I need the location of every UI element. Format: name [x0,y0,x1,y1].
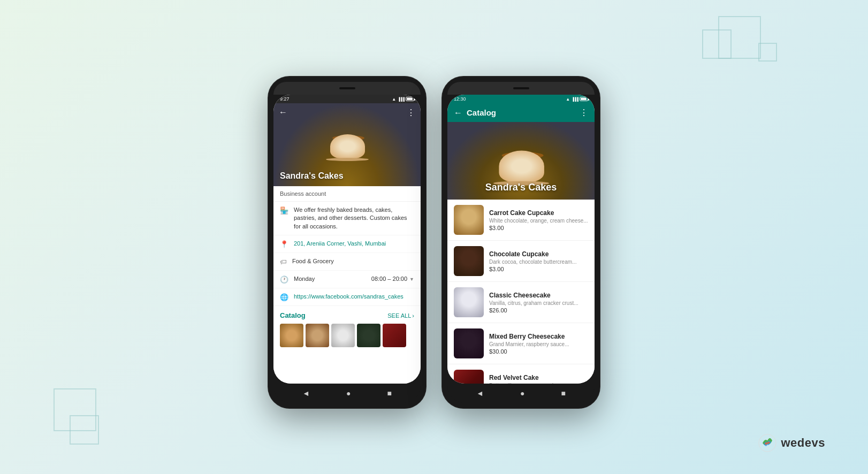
catalog-back-button[interactable]: ← [454,108,462,118]
catalog-banner-title: Sandra's Cakes [485,182,557,193]
hours-day: Monday [294,275,315,283]
catalog-item-3[interactable]: Classic Cheesecake Vanilla, citrus, grah… [447,282,595,323]
battery-icon-2 [580,97,588,101]
store-icon: 🏪 [280,207,288,215]
info-row-location[interactable]: 📍 201, Areniia Corner, Vashi, Mumbai [273,235,421,253]
item-info-2: Chocolate Cupcake Dark cocoa, chocolate … [489,250,588,272]
item-desc-2: Dark cocoa, chocolate buttercream... [489,259,588,265]
wedevs-logo-icon [758,433,777,453]
status-bar-1: 9:27 [273,95,421,103]
info-row-description: 🏪 We offer freshly baked breads, cakes, … [273,202,421,235]
item-thumb-red-velvet [454,370,484,384]
item-info-5: Red Velvet Cake Buttermilk, cocoa, cream… [489,374,588,384]
location-text[interactable]: 201, Areniia Corner, Vashi, Mumbai [294,240,386,248]
phone-speaker-2 [513,87,529,89]
catalog-item-4[interactable]: Mixed Berry Cheesecake Grand Marnier, ra… [447,323,595,364]
item-desc-3: Vanilla, citrus, graham cracker crust... [489,300,588,306]
website-text[interactable]: https://www.facebook.com/sandras_cakes [294,293,403,301]
phone-speaker-1 [339,87,355,89]
item-price-1: $3.00 [489,225,588,231]
wedevs-logo: wedevs [758,433,826,453]
hours-right: 08:00 – 20:00 ▼ [371,275,414,283]
info-row-category: 🏷 Food & Grocery [273,253,421,271]
nav-home-2[interactable]: ● [520,389,524,397]
status-icons-1 [392,96,414,102]
deco-shape-5 [70,415,99,445]
nav-back-2[interactable]: ◄ [476,389,484,397]
signal-icon-2 [572,96,578,102]
battery-icon-1 [406,97,414,101]
expand-icon: ▼ [409,277,414,282]
header-business-name-1: Sandra's Cakes [280,171,344,181]
header-more-button-1[interactable]: ⋮ [407,108,415,118]
item-name-3: Classic Cheesecake [489,292,588,299]
info-row-website[interactable]: 🌐 https://www.facebook.com/sandras_cakes [273,288,421,306]
item-thumb-carrot-cake [454,205,484,235]
location-icon: 📍 [280,240,288,248]
catalog-more-button[interactable]: ⋮ [580,108,588,118]
deco-shape-2 [702,29,732,59]
status-bar-2: 12:30 [447,95,595,103]
signal-icon-1 [398,96,404,102]
catalog-app-header: ← Catalog ⋮ [447,103,595,122]
header-back-button-1[interactable]: ← [279,108,287,117]
catalog-list: Carrot Cake Cupcake White chocolate, ora… [447,200,595,384]
phone-top-bar-2 [447,82,595,95]
catalog-thumb-4[interactable] [357,324,380,347]
item-info-1: Carrot Cake Cupcake White chocolate, ora… [489,209,588,231]
catalog-thumb-5[interactable] [383,324,406,347]
nav-back-1[interactable]: ◄ [302,389,310,397]
cake-body [330,134,365,158]
phone-inner-2: 12:30 ← Catalog ⋮ [447,95,595,384]
item-info-3: Classic Cheesecake Vanilla, citrus, grah… [489,292,588,314]
catalog-thumb-1[interactable] [280,324,303,347]
catalog-cake-body [499,150,544,182]
item-name-4: Mixed Berry Cheesecake [489,333,588,340]
item-price-3: $26.00 [489,307,588,314]
nav-recent-1[interactable]: ■ [387,389,391,397]
item-price-2: $3.00 [489,266,588,272]
catalog-item-5[interactable]: Red Velvet Cake Buttermilk, cocoa, cream… [447,364,595,384]
catalog-item-1[interactable]: Carrot Cake Cupcake White chocolate, ora… [447,200,595,241]
item-price-4: $30.00 [489,348,588,355]
phones-container: 9:27 ← ⋮ Sandra's Cakes [268,77,600,408]
wifi-icon-2 [566,96,570,102]
catalog-cake-visual [493,136,549,185]
globe-icon: 🌐 [280,293,288,301]
status-time-2: 12:30 [454,96,466,102]
item-desc-4: Grand Marnier, raspberry sauce... [489,341,588,347]
catalog-item-2[interactable]: Chocolate Cupcake Dark cocoa, chocolate … [447,241,595,282]
business-account-label: Business account [273,186,421,202]
catalog-label: Catalog [280,311,306,319]
item-name-5: Red Velvet Cake [489,374,588,381]
catalog-section: Catalog SEE ALL › [273,306,421,350]
item-thumb-mixed-berry [454,328,484,358]
catalog-banner: Sandra's Cakes [447,122,595,200]
header-image-1: ← ⋮ Sandra's Cakes [273,103,421,186]
nav-home-1[interactable]: ● [346,389,351,397]
item-name-1: Carrot Cake Cupcake [489,209,588,217]
item-thumb-chocolate-cupcake [454,246,484,276]
phone-catalog: 12:30 ← Catalog ⋮ [442,77,600,408]
status-time-1: 9:27 [280,96,290,102]
info-row-hours[interactable]: 🕐 Monday 08:00 – 20:00 ▼ [273,271,421,288]
catalog-header-title: Catalog [467,108,575,117]
deco-shape-3 [758,43,777,62]
description-text: We offer freshly baked breads, cakes, pa… [294,206,414,231]
phone-business-profile: 9:27 ← ⋮ Sandra's Cakes [268,77,426,408]
hours-time: 08:00 – 20:00 [371,275,407,283]
chevron-right-icon: › [412,312,414,319]
catalog-thumbnails [280,324,414,347]
see-all-button[interactable]: SEE ALL › [387,312,414,319]
phone-inner-1: 9:27 ← ⋮ Sandra's Cakes [273,95,421,384]
cake-plate [326,158,369,161]
catalog-thumb-3[interactable] [331,324,355,347]
wifi-icon-1 [392,96,396,102]
nav-recent-2[interactable]: ■ [561,389,565,397]
item-thumb-cheesecake [454,287,484,317]
catalog-thumb-2[interactable] [306,324,329,347]
catalog-header: Catalog SEE ALL › [280,311,414,319]
item-name-2: Chocolate Cupcake [489,250,588,258]
profile-content: Business account 🏪 We offer freshly bake… [273,186,421,384]
item-desc-1: White chocolate, orange, cream cheese... [489,218,588,224]
